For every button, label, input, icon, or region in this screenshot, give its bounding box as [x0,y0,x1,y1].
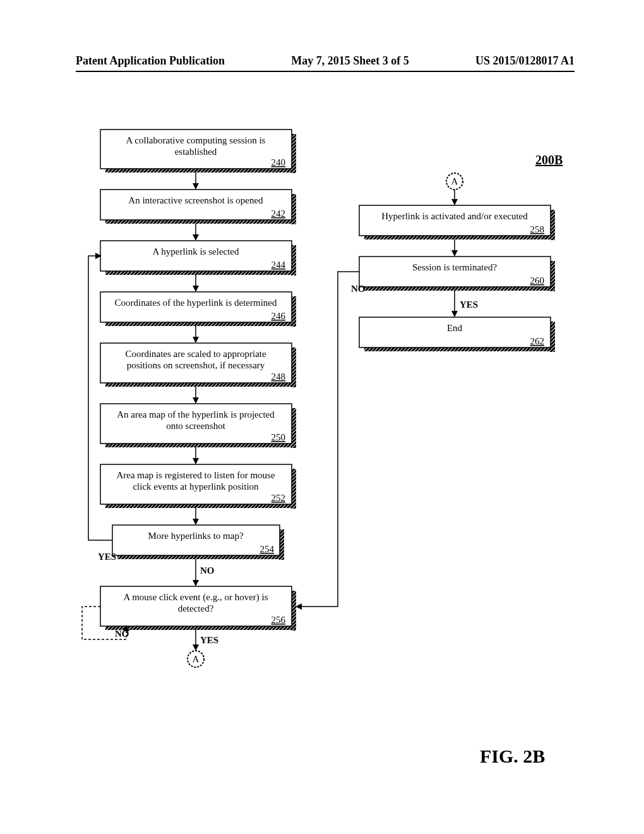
step-250-num: 250 [271,432,286,442]
flowchart: A collaborative computing session is est… [0,0,644,834]
label-254-no: NO [200,565,215,576]
step-262: End 262 [359,317,555,352]
label-256-no: NO [115,629,129,639]
step-254-text: More hyperlinks to map? [148,531,244,541]
step-252-num: 252 [271,493,286,503]
label-254-yes: YES [98,552,116,562]
label-260-no: NO [351,284,366,294]
step-252-text-l2: click events at hyperlink position [133,481,259,492]
connector-a-top: A [446,173,463,190]
step-256: A mouse click event (e.g., or hover) is … [100,586,296,631]
step-244: A hyperlink is selected 244 [100,241,296,275]
step-250-text-l2: onto screenshot [166,421,226,431]
step-260: Session is terminated? 260 [359,257,555,291]
label-256-yes: YES [200,635,218,645]
step-262-num: 262 [530,336,545,346]
step-260-text: Session is terminated? [412,262,497,272]
step-248: Coordinates are scaled to appropriate po… [100,343,296,387]
step-244-num: 244 [271,260,286,270]
step-250: An area map of the hyperlink is projecte… [100,404,296,448]
svg-text:A: A [451,176,458,186]
step-240-text-l2: established [175,147,217,157]
step-242-text: An interactive screenshot is opened [128,195,263,205]
step-248-text-l2: positions on screenshot, if necessary [127,360,265,370]
connector-a-bottom: A [188,651,204,667]
label-260-yes: YES [460,299,478,310]
step-250-text-l1: An area map of the hyperlink is projecte… [117,409,275,420]
step-256-text-l2: detected? [178,603,214,613]
step-242: An interactive screenshot is opened 242 [100,190,296,224]
step-258-num: 258 [530,224,545,234]
step-262-text: End [447,323,463,333]
step-240: A collaborative computing session is est… [100,130,296,173]
step-240-text-l1: A collaborative computing session is [126,135,266,145]
step-254: More hyperlinks to map? 254 [112,525,284,560]
step-246-num: 246 [271,311,286,321]
step-246: Coordinates of the hyperlink is determin… [100,292,296,327]
step-258-text: Hyperlink is activated and/or executed [381,211,528,221]
step-244-text: A hyperlink is selected [152,246,239,257]
step-252: Area map is registered to listen for mou… [100,464,296,509]
step-254-num: 254 [260,544,275,554]
step-252-text-l1: Area map is registered to listen for mou… [116,470,275,480]
patent-figure-page: Patent Application Publication May 7, 20… [0,0,644,834]
step-240-num: 240 [271,157,286,167]
arrow-260-no-loop [297,272,359,607]
svg-text:A: A [193,654,200,664]
step-246-text: Coordinates of the hyperlink is determin… [114,298,277,308]
step-242-num: 242 [271,208,286,219]
step-256-num: 256 [271,615,286,625]
step-258: Hyperlink is activated and/or executed 2… [359,205,555,240]
step-260-num: 260 [530,275,545,286]
step-248-num: 248 [271,372,286,382]
step-256-text-l1: A mouse click event (e.g., or hover) is [123,592,268,603]
step-248-text-l1: Coordinates are scaled to appropriate [125,349,266,359]
